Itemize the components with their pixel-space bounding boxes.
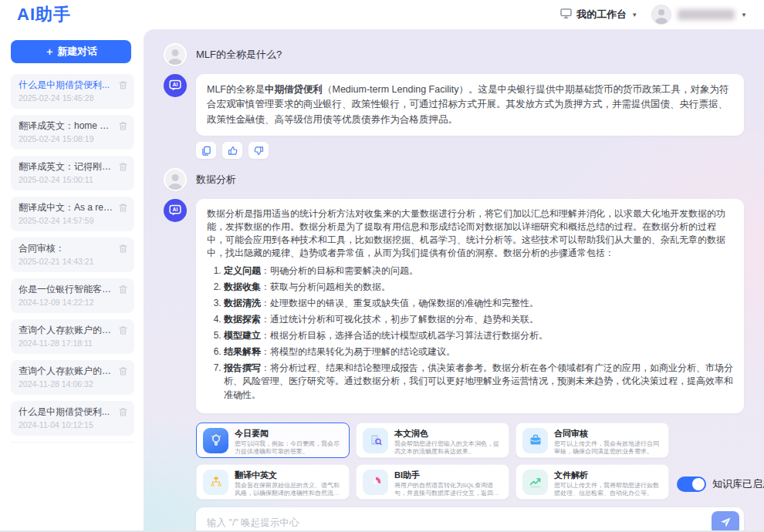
conversation-title: 查询个人存款账户的最新...	[19, 365, 114, 377]
card-desc: 我会旨在保留原始信息的含义、语气和风格，以确保翻译的准确性和自然流畅。	[235, 482, 343, 498]
copy-icon	[201, 146, 211, 156]
list-item: 模型建立：根据分析目标，选择合适的统计模型或机器学习算法进行数据分析。	[224, 329, 733, 342]
step-label: 模型建立	[224, 330, 261, 341]
knowledge-base-toggle[interactable]	[677, 476, 706, 492]
step-text: ：明确分析的目标和需要解决的问题。	[261, 265, 418, 276]
user-avatar	[164, 43, 187, 66]
bulb-icon	[203, 428, 228, 453]
user-message-row: 数据分析	[164, 168, 744, 191]
trash-icon[interactable]	[118, 284, 128, 294]
step-text: ：通过统计分析和可视化技术，初步了解数据的分布、趋势和关联。	[261, 314, 539, 325]
ai-message-row: AI MLF的全称是中期借贷便利（Medium-term Lending Fac…	[164, 74, 744, 136]
conversation-title: 查询个人存款账户的最新...	[19, 324, 114, 336]
sidebar-item-conversation[interactable]: 翻译成中文：As a reader... 2025-02-24 14:57:59	[11, 197, 134, 231]
trash-icon[interactable]	[118, 365, 128, 375]
polish-doc-icon	[363, 428, 388, 453]
chat-panel: MLF的全称是什么? AI MLF的全称是中期借贷便利（Medium-term …	[144, 29, 764, 530]
card-title: 本文润色	[394, 428, 502, 439]
ai-message: 数据分析是指用适当的统计分析方法对收集来的大量数据进行分析，将它们加以汇总和理解…	[196, 199, 744, 412]
user-menu[interactable]: ▼	[651, 5, 747, 25]
feature-cards-row: 今日要闻 您可以问我，例如：今日要闻，我会尽力提供准确和可靠的答案。 本文润色 …	[196, 423, 744, 500]
conversation-time: 2025-02-24 15:00:11	[19, 174, 114, 186]
feature-card-polish[interactable]: 本文润色 我会帮助您进行您输入的文本润色，提高文本的流畅度和表达效果。	[356, 423, 509, 458]
monitor-icon	[560, 8, 572, 21]
sidebar-item-conversation[interactable]: 什么是中期借贷便利... 2024-11-04 10:12:15	[11, 401, 134, 436]
send-button[interactable]	[712, 511, 739, 530]
svg-text:AI: AI	[173, 82, 178, 87]
conversation-title: 翻译成英文：记得刚开始...	[19, 160, 114, 173]
conversation-time: 2024-11-04 10:12:15	[19, 419, 114, 431]
card-desc: 您可以上传文件，我将帮助您进行如数据处理、信息检索、自动化办公等。	[554, 482, 662, 498]
ai-text-bold: 中期借贷便利	[265, 84, 323, 95]
conversation-title: 什么是中期借贷便利...	[19, 406, 114, 418]
thumbs-down-icon	[254, 146, 264, 156]
trash-icon[interactable]	[118, 406, 128, 416]
step-label: 结果解释	[224, 346, 261, 357]
trash-icon[interactable]	[118, 161, 128, 171]
conversation-title: 合同审核：	[19, 242, 114, 254]
message-actions	[196, 142, 744, 159]
trash-icon[interactable]	[118, 120, 128, 130]
copy-button[interactable]	[196, 142, 216, 159]
step-label: 数据收集	[224, 281, 261, 292]
trash-icon[interactable]	[118, 79, 128, 89]
thumbs-up-icon	[228, 146, 238, 156]
knowledge-base-control: 知识库已启用	[669, 476, 764, 492]
step-text: ：将分析过程、结果和结论整理成报告，供决策者参考。数据分析在各个领域都有广泛的应…	[224, 362, 733, 399]
ai-text: MLF的全称是	[207, 84, 265, 95]
analysis-steps-list: 定义问题：明确分析的目标和需要解决的问题。 数据收集：获取与分析问题相关的数据。…	[224, 264, 733, 401]
feature-card-fileparse[interactable]: 文件解析 您可以上传文件，我将帮助您进行如数据处理、信息检索、自动化办公等。	[516, 464, 669, 500]
sidebar-item-conversation[interactable]: 合同审核： 2025-02-21 14:43:21	[11, 237, 134, 272]
card-title: 文件解析	[554, 470, 662, 480]
sidebar-item-conversation[interactable]: 查询个人存款账户的最新... 2024-11-28 14:06:32	[11, 360, 134, 395]
ai-intro: 数据分析是指用适当的统计分析方法对收集来的大量数据进行分析，将它们加以汇总和理解…	[207, 207, 733, 260]
card-desc: 我会帮助您进行您输入的文本润色，提高文本的流畅度和表达效果。	[394, 440, 502, 456]
card-title: 今日要闻	[235, 428, 343, 439]
dislike-button[interactable]	[248, 142, 269, 159]
chevron-down-icon: ▼	[631, 12, 637, 19]
step-label: 报告撰写	[224, 362, 261, 373]
conversation-title: 翻译成英文：home home	[19, 120, 114, 132]
user-message: MLF的全称是什么?	[196, 43, 282, 66]
conversation-title: 翻译成中文：As a reader...	[19, 201, 114, 214]
sidebar-item-conversation[interactable]: 查询个人存款账户的最新... 2024-11-28 17:18:11	[11, 319, 134, 354]
list-item: 报告撰写：将分析过程、结果和结论整理成报告，供决策者参考。数据分析在各个领域都有…	[224, 362, 733, 401]
feature-card-translate[interactable]: 翻译中英文 我会旨在保留原始信息的含义、语气和风格，以确保翻译的准确性和自然流畅…	[196, 464, 350, 500]
trash-icon[interactable]	[118, 243, 128, 253]
new-chat-button[interactable]: ＋ 新建对话	[11, 40, 131, 63]
sidebar-item-conversation[interactable]: 翻译成英文：home home 2025-02-24 15:08:19	[11, 115, 134, 150]
chevron-down-icon: ▼	[741, 12, 747, 19]
prompt-input[interactable]	[207, 517, 712, 528]
conversation-time: 2024-12-09 14:22:12	[19, 297, 114, 308]
sidebar-item-conversation[interactable]: 翻译成英文：记得刚开始... 2025-02-24 15:00:11	[11, 156, 134, 190]
ai-message-row: AI 数据分析是指用适当的统计分析方法对收集来的大量数据进行分析，将它们加以汇总…	[164, 199, 744, 412]
ai-message: MLF的全称是中期借贷便利（Medium-term Lending Facili…	[196, 74, 744, 136]
list-item: 数据收集：获取与分析问题相关的数据。	[224, 281, 733, 294]
step-text: ：根据分析目标，选择合适的统计模型或机器学习算法进行数据分析。	[261, 330, 548, 341]
paper-plane-icon	[720, 517, 732, 528]
user-message-row: MLF的全称是什么?	[164, 43, 744, 66]
step-label: 数据清洗	[224, 298, 261, 308]
feature-card-news[interactable]: 今日要闻 您可以问我，例如：今日要闻，我会尽力提供准确和可靠的答案。	[196, 423, 350, 458]
card-desc: 您可以上传文件，我会有效地进行合同审核，确保合同满足您的业务需求。	[554, 440, 662, 456]
briefcase-icon	[522, 428, 548, 453]
like-button[interactable]	[222, 142, 242, 159]
workspace-menu[interactable]: 我的工作台 ▼	[560, 8, 637, 22]
card-title: 合同审核	[554, 428, 662, 439]
user-message: 数据分析	[196, 168, 236, 191]
conversation-time: 2025-02-24 15:08:19	[19, 133, 114, 145]
feature-card-contract[interactable]: 合同审核 您可以上传文件，我会有效地进行合同审核，确保合同满足您的业务需求。	[516, 423, 669, 458]
conversation-time: 2025-02-24 15:45:28	[19, 93, 114, 104]
trash-icon[interactable]	[118, 325, 128, 335]
conversation-time: 2024-11-28 14:06:32	[19, 379, 114, 390]
conversation-title: 你是一位银行智能客服，...	[19, 283, 114, 295]
trash-icon[interactable]	[118, 202, 128, 212]
feature-card-bi[interactable]: BI助手 将用户的自然语言转化为SQL查询语句，并直接与数据库进行交互，返回智能…	[356, 464, 509, 500]
step-label: 定义问题	[224, 265, 261, 276]
sidebar-item-conversation[interactable]: 什么是中期借贷便利... 2025-02-24 15:45:28	[11, 74, 134, 109]
card-title: BI助手	[394, 470, 502, 480]
feature-cards-grid: 今日要闻 您可以问我，例如：今日要闻，我会尽力提供准确和可靠的答案。 本文润色 …	[196, 423, 669, 500]
sidebar-divider	[11, 442, 134, 443]
step-label: 数据探索	[224, 314, 261, 325]
sidebar-item-conversation[interactable]: 你是一位银行智能客服，... 2024-12-09 14:22:12	[11, 278, 134, 313]
